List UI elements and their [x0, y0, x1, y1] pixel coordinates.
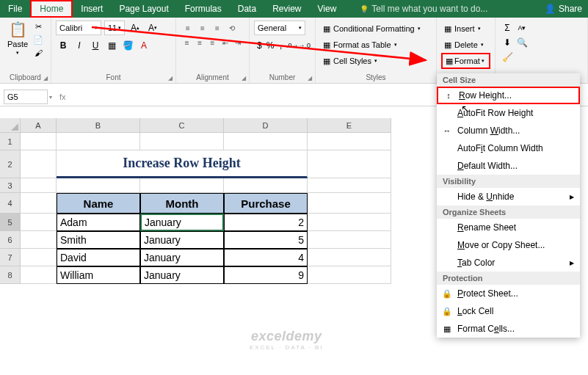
- align-right-button[interactable]: ≡: [206, 35, 219, 50]
- cell-name[interactable]: William: [57, 266, 140, 284]
- sort-filter-button[interactable]: A▾: [515, 21, 529, 35]
- cell[interactable]: [308, 133, 391, 150]
- cell[interactable]: [140, 133, 224, 150]
- row-header-1[interactable]: 1: [0, 133, 21, 150]
- tab-formulas[interactable]: Formulas: [177, 0, 230, 18]
- orientation-button[interactable]: ⟲: [225, 21, 239, 35]
- align-center-button[interactable]: ≡: [193, 35, 206, 50]
- select-all-button[interactable]: [0, 118, 21, 133]
- autosum-button[interactable]: Σ: [500, 21, 515, 35]
- italic-button[interactable]: I: [72, 38, 87, 53]
- cell[interactable]: [57, 133, 140, 150]
- cell-styles-button[interactable]: ▦Cell Styles▾: [320, 53, 432, 69]
- underline-button[interactable]: U: [88, 38, 103, 53]
- name-box[interactable]: G5: [4, 90, 48, 104]
- cell[interactable]: [308, 193, 391, 214]
- header-name[interactable]: Name: [57, 193, 140, 214]
- header-purchase[interactable]: Purchase: [224, 193, 308, 214]
- decrease-font-button[interactable]: A▾: [145, 21, 160, 35]
- menu-column-width[interactable]: ↔Column Width...: [437, 122, 580, 139]
- clipboard-launcher[interactable]: ◢: [43, 75, 48, 81]
- row-header-3[interactable]: 3: [0, 178, 21, 193]
- inc-decimal-button[interactable]: .0→: [286, 38, 299, 53]
- fx-button[interactable]: fx: [59, 92, 66, 101]
- delete-cells-button[interactable]: ▦Delete▾: [441, 37, 490, 53]
- tab-review[interactable]: Review: [264, 0, 309, 18]
- share-button[interactable]: 👤Share: [539, 4, 588, 14]
- row-header-4[interactable]: 4: [0, 193, 21, 214]
- cell[interactable]: [21, 178, 57, 193]
- conditional-formatting-button[interactable]: ▦Conditional Formatting▾: [320, 21, 432, 37]
- cell[interactable]: [21, 266, 57, 284]
- format-cells-button[interactable]: ▦Format▾: [441, 53, 490, 69]
- menu-row-height[interactable]: ↕Row Height...: [437, 87, 580, 104]
- menu-rename-sheet[interactable]: Rename Sheet: [437, 219, 580, 236]
- indent-inc-button[interactable]: ⇥: [232, 35, 244, 50]
- tell-me[interactable]: Tell me what you want to do...: [352, 0, 496, 18]
- number-launcher[interactable]: ◢: [308, 75, 312, 81]
- cell[interactable]: [308, 150, 391, 178]
- tab-file[interactable]: File: [0, 0, 30, 18]
- dec-decimal-button[interactable]: →.0: [298, 38, 311, 53]
- cell[interactable]: [224, 178, 308, 193]
- indent-dec-button[interactable]: ⇤: [219, 35, 231, 50]
- cell-name[interactable]: David: [57, 249, 140, 266]
- cell[interactable]: [140, 178, 224, 193]
- menu-autofit-col[interactable]: AutoFit Column Width: [437, 139, 580, 157]
- fill-button[interactable]: ⬇: [500, 35, 515, 50]
- cell[interactable]: [21, 249, 57, 266]
- cell-name[interactable]: Adam: [57, 214, 140, 231]
- paste-button[interactable]: 📋 Paste ▾: [4, 21, 31, 59]
- cell[interactable]: [224, 133, 308, 150]
- align-middle-button[interactable]: ≡: [195, 21, 210, 35]
- menu-lock-cell[interactable]: 🔒Lock Cell: [437, 302, 580, 320]
- col-header-a[interactable]: A: [21, 118, 57, 133]
- font-name-select[interactable]: Calibri▾: [56, 21, 101, 35]
- cell[interactable]: [308, 231, 391, 249]
- border-button[interactable]: ▦: [104, 38, 119, 53]
- align-left-button[interactable]: ≡: [181, 35, 193, 50]
- col-header-d[interactable]: D: [224, 118, 308, 133]
- find-select-button[interactable]: 🔍: [515, 35, 529, 50]
- cell[interactable]: [21, 231, 57, 249]
- font-launcher[interactable]: ◢: [168, 75, 173, 81]
- cell[interactable]: [308, 178, 391, 193]
- cell[interactable]: [308, 249, 391, 266]
- row-header-8[interactable]: 8: [0, 266, 21, 284]
- alignment-launcher[interactable]: ◢: [242, 75, 246, 81]
- cell-month[interactable]: January: [140, 231, 224, 249]
- format-as-table-button[interactable]: ▦Format as Table▾: [320, 37, 432, 53]
- cell[interactable]: [21, 214, 57, 231]
- tab-data[interactable]: Data: [230, 0, 264, 18]
- namebox-dropdown[interactable]: ▾: [49, 94, 52, 101]
- align-bottom-button[interactable]: ≡: [210, 21, 225, 35]
- cut-button[interactable]: ✂: [32, 21, 44, 32]
- currency-button[interactable]: $: [254, 38, 265, 53]
- cell-purchase[interactable]: 2: [224, 214, 308, 231]
- col-header-e[interactable]: E: [308, 118, 391, 133]
- menu-move-copy[interactable]: Move or Copy Sheet...: [437, 236, 580, 254]
- number-format-select[interactable]: General▾: [254, 21, 305, 35]
- increase-font-button[interactable]: A▴: [128, 21, 142, 35]
- font-size-select[interactable]: 11▾: [104, 21, 125, 35]
- cell[interactable]: [21, 133, 57, 150]
- cell-purchase[interactable]: 5: [224, 231, 308, 249]
- menu-protect-sheet[interactable]: 🔒Protect Sheet...: [437, 285, 580, 302]
- cell-month-selected[interactable]: January: [140, 214, 224, 231]
- cell[interactable]: [308, 266, 391, 284]
- row-header-5[interactable]: 5: [0, 214, 21, 231]
- align-top-button[interactable]: ≡: [181, 21, 195, 35]
- insert-cells-button[interactable]: ▦Insert▾: [441, 21, 490, 37]
- header-month[interactable]: Month: [140, 193, 224, 214]
- tab-insert[interactable]: Insert: [73, 0, 111, 18]
- menu-autofit-row[interactable]: AutoFit Row Height: [437, 104, 580, 122]
- cell-purchase[interactable]: 9: [224, 266, 308, 284]
- col-header-c[interactable]: C: [140, 118, 224, 133]
- col-header-b[interactable]: B: [57, 118, 140, 133]
- tab-page-layout[interactable]: Page Layout: [111, 0, 176, 18]
- comma-button[interactable]: ,: [275, 38, 286, 53]
- cell-month[interactable]: January: [140, 266, 224, 284]
- row-header-6[interactable]: 6: [0, 231, 21, 249]
- cell-month[interactable]: January: [140, 249, 224, 266]
- fill-color-button[interactable]: 🪣: [120, 38, 135, 53]
